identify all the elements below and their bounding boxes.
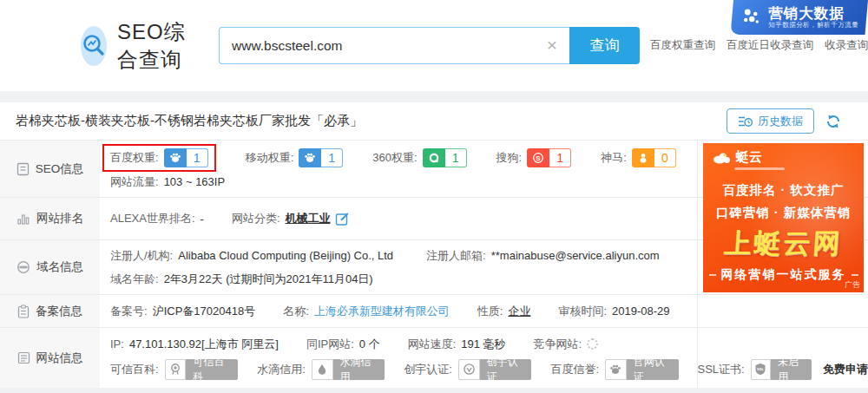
sogou-weight-item[interactable]: 搜狗: S 1 [496,148,572,167]
ad-banner[interactable]: 蜓云 百度排名 · 软文推广 口碑营销 · 新媒体营销 上蜓云网 网络营销一站式… [703,143,864,292]
weight-label: 360权重: [372,150,417,166]
dots-cluster-icon [740,6,763,29]
search-input[interactable] [219,27,569,64]
weight-value: 1 [187,148,208,167]
sidebar-item-icp-info: 备案信息 [0,295,100,327]
shenma-icon [632,148,654,167]
so360-weight-badge: 1 [423,148,467,167]
competitor-label: 竞争网站: [534,337,582,352]
mobile-weight-item[interactable]: 移动权重: 1 [246,148,344,167]
cert-shuidi-badge[interactable]: 水滴信用 [312,359,385,380]
cert-badge-text: 官网认证 [627,359,679,380]
sidebar-label: 网站信息 [36,350,83,366]
weight-value: 1 [549,148,571,167]
icp-name: 名称: 上海必承新型建材有限公司 [283,304,450,319]
ad-line2: 口碑营销 · 新媒体营销 [703,205,864,221]
v-circle-icon [458,359,480,380]
page-title: 岩棉夹芯板-横装夹芯板-不锈钢岩棉夹芯板厂家批发「必承」 [16,113,363,129]
edit-category-icon[interactable] [335,212,350,226]
site-category: 网站分类: 机械工业 [232,211,350,226]
bar-chart-icon [16,213,30,226]
droplet-icon [312,359,333,380]
cert-chuangyu-badge[interactable]: 创宇认证 [458,359,532,380]
loading-spinner-icon [587,338,598,350]
same-ip-item: 同IP网站: 0 个 [306,337,380,352]
ad-line1: 百度排名 · 软文推广 [703,182,864,199]
ribbon-inner: 营销大数据 知乎数据分析，解析千万流量 [740,5,858,29]
ribbon-subtitle: 知乎数据分析，解析千万流量 [768,21,858,29]
query-button[interactable]: 查询 [569,27,640,64]
icp-audit-value: 2019-08-29 [612,305,670,318]
ribbon-title: 营销大数据 [768,5,858,21]
shenma-weight-badge: 0 [632,148,676,167]
ad-column-divider [697,141,698,388]
alexa-rank: ALEXA世界排名: - [110,211,204,226]
svg-text:S: S [536,154,542,162]
360-ring-icon [423,148,445,167]
same-ip-label: 同IP网站: [306,337,354,352]
sidebar-item-site-rank: 网站排名 [0,198,100,239]
search-box: × 查询 [219,27,640,64]
link-baidu-weight[interactable]: 百度权重查询 [650,38,715,53]
cert-label: 水滴信用: [257,362,306,377]
cert-baidu-badge[interactable]: 官网认证 [605,359,679,380]
domain-age-value: 2年3月22天 (过期时间为2021年11月04日) [164,272,373,287]
document-icon [16,162,30,176]
row-icp-info: 备案信息 备案号: 沪ICP备17020418号 名称: 上海必承新型建材有限公… [0,295,868,328]
page: SEO综合查询 × 查询 百度权重查询 百度近日收录查询 收录查询 营销大数据 … [0,0,868,393]
refresh-icon[interactable] [825,113,842,130]
weight-label: 搜狗: [496,150,523,166]
cert-baidu-xinyu: 百度信誉: 官网认证 [550,359,678,380]
domain-age-label: 域名年龄: [110,272,159,287]
ad-tag: 广告 [845,279,860,291]
company-name-link[interactable]: 上海必承新型建材有限公司 [314,304,450,319]
cert-label: SSL证书: [698,362,745,377]
icp-nature-value: 企业 [508,304,530,319]
link-index-query[interactable]: 收录查询 [825,38,868,53]
ip-label: IP: [110,337,124,350]
registrant-email-label: 注册人邮箱: [426,248,486,264]
clear-input-icon[interactable]: × [547,36,557,55]
marketing-ribbon[interactable]: 营销大数据 知乎数据分析，解析千万流量 [731,0,868,35]
speed-item: 网站速度: 191 毫秒 [408,337,506,352]
cert-label: 创宇认证: [404,362,452,377]
history-button-label: 历史数据 [758,114,803,129]
cert-ssl-badge[interactable]: SSL 未启用 [751,359,812,380]
ssl-apply-link[interactable]: 免费申请 [823,362,868,377]
mobile-weight-badge: 1 [299,148,343,167]
shenma-weight-item[interactable]: 神马: 0 [601,148,676,167]
link-baidu-recent-index[interactable]: 百度近日收录查询 [727,38,813,53]
so360-weight-item[interactable]: 360权重: 1 [372,148,466,167]
separator-band [0,91,868,102]
icp-number-value: 沪ICP备17020418号 [153,304,256,319]
icp-info-cell: 备案号: 沪ICP备17020418号 名称: 上海必承新型建材有限公司 性质:… [100,295,868,327]
cert-badge-text: 水滴信用 [333,359,385,380]
baidu-paw-icon [299,148,321,167]
registrant-label: 注册人/机构: [110,248,173,264]
sidebar-item-site-info: 网站信息 [0,328,100,388]
weight-label: 神马: [601,150,627,166]
traffic-label: 网站流量: [110,174,159,190]
app-title: SEO综合查询 [117,18,200,74]
sidebar-item-domain-info: 域名信息 [0,240,100,294]
icp-audit-label: 审核时间: [558,304,607,319]
ad-logo: 蜓云 [703,143,864,166]
weight-label: 百度权重: [110,150,159,166]
history-data-button[interactable]: 历史数据 [727,108,814,134]
ip-value: 47.101.130.92[上海市 阿里云] [129,337,279,352]
ad-logo-tagline [734,167,785,170]
ip-line: IP: 47.101.130.92[上海市 阿里云] 同IP网站: 0 个 网站… [110,337,868,352]
category-value[interactable]: 机械工业 [286,211,331,226]
traffic-value: 103 ~ 163IP [164,175,225,188]
site-logo[interactable]: SEO综合查询 [81,18,200,74]
baidu-weight-badge: 1 [164,148,208,167]
ribbon-text: 营销大数据 知乎数据分析，解析千万流量 [768,5,858,29]
cert-baike: 可信百科: 可信百科 [110,359,238,380]
competitor-item: 竞争网站: [534,337,599,352]
header-links: 百度权重查询 百度近日收录查询 收录查询 [650,38,868,53]
logo-circle [81,26,107,66]
cert-baike-badge[interactable]: 可信百科 [165,359,239,380]
globe-www-icon [16,260,30,274]
baidu-weight-item[interactable]: 百度权重: 1 [102,144,216,172]
speed-label: 网站速度: [408,337,457,352]
